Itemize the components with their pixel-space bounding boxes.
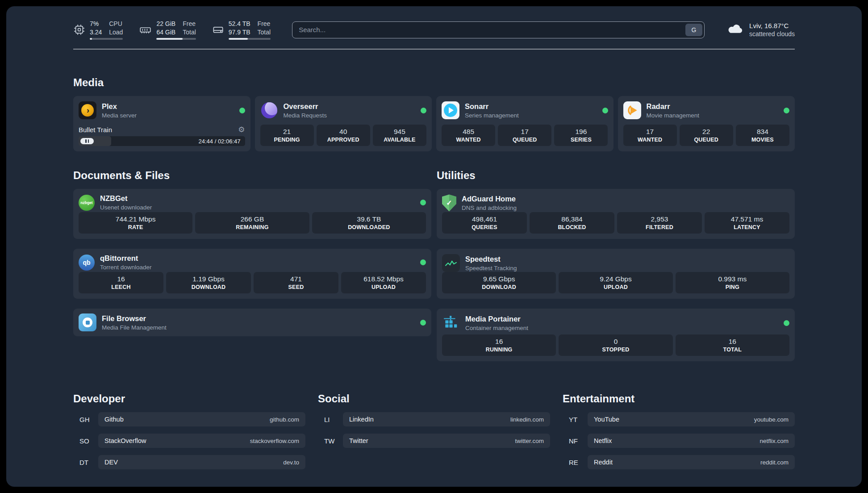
search-input[interactable] [292,21,705,38]
bookmark-url: twitter.com [515,438,544,444]
bookmark-github[interactable]: GH Github github.com [73,412,305,426]
stat-label: WANTED [625,137,675,143]
bookmark-reddit[interactable]: RE Reddit reddit.com [563,455,795,469]
stat-value: 834 [738,128,788,136]
bookmark-netflix[interactable]: NF Netflix netflix.com [563,434,795,448]
bookmark-abbr: TW [318,437,343,445]
stat-tile: 471 SEED [254,272,338,293]
disk-widget: 52.4 TB Free 97.9 TB Total [212,20,271,40]
pause-button[interactable] [80,138,94,144]
service-card-nzbget[interactable]: nzbget NZBGet Usenet downloader 744.21 M… [73,189,431,239]
service-name: Radarr [647,102,700,111]
bookmark-abbr: RE [563,459,588,466]
stat-label: AVAILABLE [375,137,425,143]
stat-tile: 485 WANTED [442,125,495,146]
service-subtitle: Container management [465,325,528,331]
stat-label: APPROVED [318,137,368,143]
status-dot [420,259,426,265]
stat-tile: 266 GB REMAINING [195,212,309,234]
stat-value: 1.19 Gbps [168,275,249,283]
service-card-speedtest[interactable]: Speedtest Speedtest Tracking 9.65 Gbps D… [437,249,795,299]
stat-value: 39.6 TB [314,215,424,223]
cpu-bar [90,38,123,40]
bookmark-url: reddit.com [760,459,789,466]
cpu-usage-label: CPU [109,20,123,28]
cpu-icon [73,24,85,36]
gear-icon[interactable]: ⚙ [238,126,245,134]
stat-label: DOWNLOADED [314,224,424,230]
service-name: File Browser [102,314,167,323]
search-bar: G [292,21,705,38]
bookmark-abbr: SO [73,437,98,445]
bookmark-url: github.com [270,416,299,423]
topbar: 7% CPU 3.24 Load [73,6,795,50]
stat-label: LATENCY [706,224,788,230]
stat-value: 17 [500,128,550,136]
adguard-icon: ✓ [442,194,456,211]
service-card-plex[interactable]: › Plex Media server Bullet Train ⚙ [73,96,250,151]
stat-value: 0 [560,338,671,346]
sonarr-icon [442,101,459,119]
stat-value: 618.52 Mbps [343,275,424,283]
service-card-radarr[interactable]: Radarr Movie management 17 WANTED 22 QUE… [618,96,795,151]
stat-tile: 2,953 FILTERED [617,212,702,234]
stat-value: 47.571 ms [706,215,788,223]
stat-value: 21 [262,128,312,136]
stat-value: 471 [255,275,337,283]
service-card-overseerr[interactable]: Overseerr Media Requests 21 PENDING 40 A… [255,96,432,151]
stat-tile: 744.21 Mbps RATE [79,212,192,234]
stat-value: 485 [443,128,493,136]
service-card-qbittorrent[interactable]: qb qBittorrent Torrent downloader 16 LEE… [73,249,431,299]
stat-tile: 21 PENDING [260,125,314,146]
playback-progress-bar[interactable]: 24:44 / 02:06:47 [79,136,245,146]
portainer-icon [442,314,460,332]
bookmark-dev[interactable]: DT DEV dev.to [73,455,305,469]
bookmark-group-entertainment: Entertainment YT YouTube youtube.com NF … [563,393,795,469]
disk-total-label: Total [258,28,271,36]
service-name: AdGuard Home [462,195,517,204]
stat-label: FILTERED [619,224,700,230]
bookmark-stackoverflow[interactable]: SO StackOverflow stackoverflow.com [73,434,305,448]
weather-widget: Lviv, 16.87°C scattered clouds [726,22,795,38]
stat-tile: 16 TOTAL [676,334,789,356]
stat-tile: 17 WANTED [623,125,677,146]
section-title-social: Social [318,393,550,405]
bookmark-abbr: LI [318,416,343,423]
stat-tile: 618.52 Mbps UPLOAD [341,272,426,293]
service-subtitle: Speedtest Tracking [465,265,517,272]
stat-label: BLOCKED [531,224,613,230]
bookmark-url: netflix.com [760,438,789,444]
status-dot [421,108,426,113]
filebrowser-icon [79,313,96,331]
stat-value: 266 GB [197,215,307,223]
bookmark-youtube[interactable]: YT YouTube youtube.com [563,412,795,426]
bookmark-linkedin[interactable]: LI LinkedIn linkedin.com [318,412,550,426]
bookmark-twitter[interactable]: TW Twitter twitter.com [318,434,550,448]
search-provider-button[interactable]: G [685,24,702,36]
bookmark-name: Twitter [349,437,368,444]
stat-value: 196 [556,128,606,136]
bookmark-url: youtube.com [754,416,789,423]
stat-label: REMAINING [197,224,307,230]
memory-total-label: Total [183,28,196,36]
service-card-portainer[interactable]: Media Portainer Container management 16 … [437,309,795,361]
stat-value: 16 [80,275,162,283]
stat-value: 22 [681,128,731,136]
stat-tile: 39.6 TB DOWNLOADED [312,212,426,234]
disk-total-value: 97.9 TB [229,28,250,36]
service-subtitle: Movie management [647,112,700,119]
stat-label: RUNNING [444,347,554,353]
service-subtitle: Series management [465,112,519,119]
stat-value: 9.24 Gbps [560,275,671,283]
service-card-adguard[interactable]: ✓ AdGuard Home DNS and adblocking 498,46… [437,189,795,239]
service-card-filebrowser[interactable]: File Browser Media File Management [73,309,431,336]
stat-label: SERIES [556,137,606,143]
nzbget-icon: nzbget [79,195,95,211]
service-name: Speedtest [465,255,517,264]
stat-value: 40 [318,128,368,136]
stat-value: 498,461 [444,215,525,223]
bookmark-group-social: Social LI LinkedIn linkedin.com TW Twitt… [318,393,550,469]
service-card-sonarr[interactable]: Sonarr Series management 485 WANTED 17 Q… [436,96,613,151]
stat-label: QUERIES [444,224,525,230]
service-subtitle: Usenet downloader [100,204,152,211]
